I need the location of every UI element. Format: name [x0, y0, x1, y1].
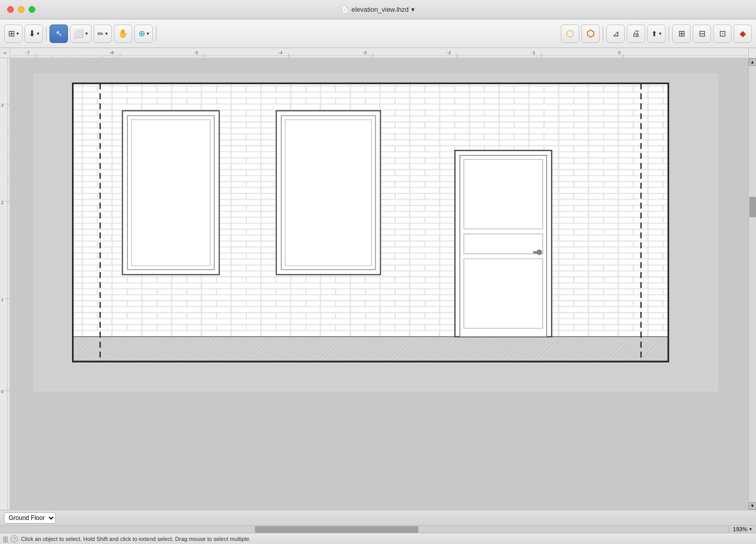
sep2 — [156, 27, 156, 41]
share-icon: ⬆ — [651, 30, 657, 38]
horizontal-scrollbar[interactable]: 193% ▾ — [0, 525, 756, 533]
scroll-up-button[interactable]: ▲ — [749, 58, 757, 66]
view-arrow: ▾ — [16, 31, 19, 36]
arrange2-icon: ⊟ — [699, 29, 705, 38]
import-button[interactable]: ⬇ ▾ — [25, 25, 43, 43]
svg-text:-6: -6 — [110, 50, 114, 55]
close-button[interactable] — [7, 6, 14, 13]
grip-icon: ||| — [3, 535, 8, 542]
vertical-scrollbar[interactable]: ▲ ▼ — [748, 58, 756, 510]
help-icon: ? — [11, 535, 18, 542]
svg-text:0: 0 — [618, 50, 621, 55]
import-icon: ⬇ — [29, 29, 35, 38]
svg-text:-1: -1 — [531, 50, 535, 55]
zoom-icon: ⊕ — [138, 29, 145, 38]
minimize-button[interactable] — [18, 6, 25, 13]
draw-icon: ✏ — [98, 30, 104, 38]
canvas-area[interactable] — [10, 58, 748, 510]
measure-icon: ⊿ — [612, 29, 619, 38]
window-title: 📄 elevation_view.lhzd ▾ — [341, 6, 415, 13]
scroll-thumb-horizontal[interactable] — [255, 526, 418, 533]
svg-text:-5: -5 — [194, 50, 198, 55]
ruler-v-svg: 3 2 1 0 — [0, 58, 10, 510]
svg-text:1: 1 — [1, 297, 4, 302]
scroll-track-horizontal[interactable] — [0, 526, 728, 533]
svg-rect-49 — [285, 120, 371, 266]
svg-text:-2: -2 — [447, 50, 451, 55]
shape-arrow: ▾ — [85, 31, 88, 36]
arrange1-icon: ⊞ — [678, 29, 685, 38]
color-icon: ◆ — [740, 29, 746, 38]
svg-text:3: 3 — [1, 103, 4, 108]
filename-label: elevation_view.lhzd — [351, 6, 409, 13]
view-toggle-button[interactable]: ⊞ ▾ — [4, 25, 22, 43]
print-icon: 🖨 — [632, 29, 640, 38]
shape-button[interactable]: ⬜ ▾ — [70, 25, 91, 43]
arrange3-button[interactable]: ⊡ — [713, 25, 731, 43]
zoom-area: 193% ▾ — [728, 526, 756, 532]
ruler-h-svg: -7 -6 -5 -4 -3 -2 -1 0 — [10, 48, 748, 58]
scroll-thumb-vertical[interactable] — [749, 197, 756, 217]
main-content: 3 2 1 0 — [0, 58, 756, 510]
vertical-ruler: 3 2 1 0 — [0, 58, 10, 510]
material-icon: ⬡ — [566, 28, 574, 39]
sep4 — [669, 27, 669, 41]
svg-rect-41 — [73, 337, 669, 362]
svg-text:0: 0 — [1, 389, 4, 394]
svg-text:-7: -7 — [26, 50, 30, 55]
import-arrow: ▾ — [37, 31, 39, 36]
scroll-track-vertical[interactable] — [749, 66, 756, 502]
file-icon: 📄 — [341, 6, 349, 13]
3d-icon: ⬡ — [586, 28, 595, 39]
svg-rect-55 — [533, 251, 540, 253]
zoom-chevron: ▾ — [749, 527, 752, 532]
pan-button[interactable]: ✋ — [114, 25, 132, 43]
status-message: Click an object to select. Hold Shift an… — [21, 536, 250, 542]
draw-button[interactable]: ✏ ▾ — [93, 25, 112, 43]
top-section — [10, 58, 748, 510]
svg-rect-56 — [464, 259, 542, 328]
sep3 — [603, 27, 603, 41]
sep1 — [46, 27, 46, 41]
ruler-corner-right — [748, 48, 756, 58]
arrange1-button[interactable]: ⊞ — [672, 25, 691, 43]
measure-button[interactable]: ⊿ — [606, 25, 625, 43]
zoom-arrow: ▾ — [147, 31, 149, 36]
title-bar: 📄 elevation_view.lhzd ▾ — [0, 0, 756, 19]
shape-icon: ⬜ — [74, 29, 84, 38]
ruler-corner-label: m — [0, 48, 10, 58]
share-button[interactable]: ⬆ ▾ — [647, 25, 666, 43]
ruler-corner: m — [0, 48, 10, 58]
pan-icon: ✋ — [118, 29, 128, 38]
fullscreen-button[interactable] — [29, 6, 35, 13]
floor-selector[interactable]: Ground Floor — [4, 512, 56, 524]
print-button[interactable]: 🖨 — [627, 25, 645, 43]
view-icon: ⊞ — [8, 29, 15, 38]
scroll-down-button[interactable]: ▼ — [749, 502, 757, 510]
ruler-header: m -7 -6 -5 -4 -3 -2 -1 0 — [0, 48, 756, 58]
arrange2-button[interactable]: ⊟ — [693, 25, 711, 43]
svg-text:-3: -3 — [363, 50, 367, 55]
arrange3-icon: ⊡ — [719, 29, 726, 38]
svg-text:-4: -4 — [278, 50, 282, 55]
share-arrow: ▾ — [659, 31, 662, 36]
3d-button[interactable]: ⬡ — [581, 25, 600, 43]
horizontal-ruler: -7 -6 -5 -4 -3 -2 -1 0 — [10, 48, 748, 58]
elevation-drawing — [13, 69, 743, 416]
draw-arrow: ▾ — [105, 31, 108, 36]
toolbar: ⊞ ▾ ⬇ ▾ ↖ ⬜ ▾ ✏ ▾ ✋ ⊕ ▾ ⬡ ⬡ ⊿ 🖨 — [0, 19, 756, 48]
title-chevron[interactable]: ▾ — [411, 6, 415, 13]
svg-rect-52 — [464, 160, 542, 229]
zoom-button[interactable]: ⊕ ▾ — [134, 25, 153, 43]
svg-rect-53 — [464, 234, 542, 254]
info-bar: ||| ? Click an object to select. Hold Sh… — [0, 533, 756, 544]
traffic-lights — [7, 6, 35, 13]
svg-text:2: 2 — [1, 200, 4, 205]
material-button[interactable]: ⬡ — [561, 25, 579, 43]
color-button[interactable]: ◆ — [734, 25, 752, 43]
status-bar: Ground Floor — [0, 510, 756, 525]
svg-rect-46 — [131, 120, 210, 266]
zoom-value: 193% — [733, 526, 747, 532]
select-icon: ↖ — [56, 29, 62, 38]
select-button[interactable]: ↖ — [50, 25, 68, 43]
